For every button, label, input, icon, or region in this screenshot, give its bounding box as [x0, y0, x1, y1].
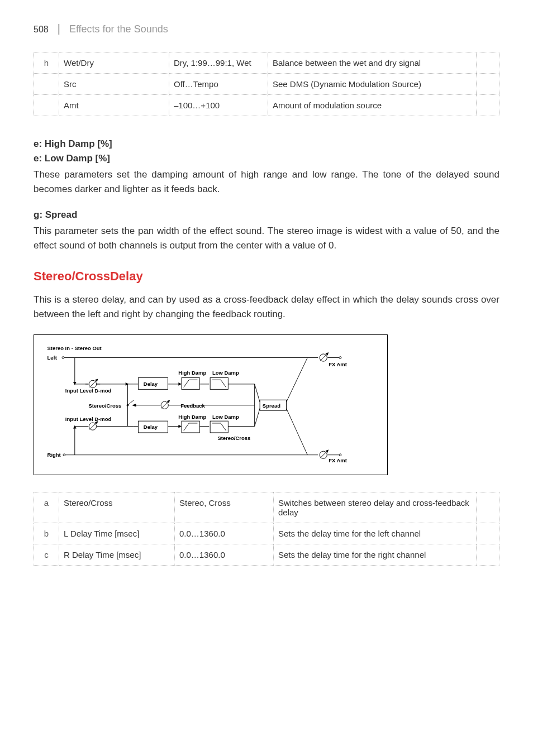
svg-marker-34	[73, 425, 77, 429]
label-ld-bot: Low Damp	[212, 414, 239, 420]
table-row: Amt–100…+100Amount of modulation source	[34, 95, 499, 116]
page-number: 508	[34, 25, 49, 35]
page-header: 508 | Effects for the Sounds	[34, 22, 499, 35]
table-row: cR Delay Time [msec]0.0…1360.0Sets the d…	[34, 544, 499, 566]
table-cell: Src	[59, 74, 169, 95]
table-cell: Dry, 1:99…99:1, Wet	[169, 52, 268, 74]
label-sc-bot: Stereo/Cross	[217, 435, 250, 441]
svg-marker-32	[132, 404, 136, 407]
para-e: These parameters set the damping amount …	[34, 168, 499, 196]
para-stereo: This is a stereo delay, and can by used …	[34, 293, 499, 321]
table-row: SrcOff…TempoSee DMS (Dynamic Modulation …	[34, 74, 499, 95]
table-row: hWet/DryDry, 1:99…99:1, WetBalance betwe…	[34, 52, 499, 74]
diagram-title: Stereo In - Stereo Out	[47, 345, 102, 351]
label-ild-top: Input Level D-mod	[65, 387, 112, 394]
signal-diagram: .t{font:10px Arial;fill:#000} .tb{font:b…	[34, 334, 388, 475]
table-cell: Amt	[59, 95, 169, 116]
param-table-2: aStereo/CrossStereo, CrossSwitches betwe…	[34, 492, 499, 566]
table-cell: Switches between stereo delay and cross-…	[274, 492, 477, 523]
table-cell: c	[34, 544, 59, 566]
table-cell	[477, 492, 499, 523]
svg-line-17	[127, 400, 134, 405]
section-heading-stereo: Stereo/CrossDelay	[34, 269, 499, 284]
table-cell: a	[34, 492, 59, 523]
svg-rect-27	[210, 378, 228, 390]
table-cell: h	[34, 52, 59, 74]
heading-e-low: e: Low Damp [%]	[34, 153, 499, 164]
label-fxamt-bot: FX Amt	[329, 457, 348, 463]
header-divider: |	[58, 22, 60, 35]
label-fxamt-top: FX Amt	[329, 361, 348, 367]
svg-marker-5	[73, 382, 77, 385]
svg-line-52	[286, 358, 307, 403]
table-cell: Amount of modulation source	[268, 95, 477, 116]
table-cell	[34, 95, 59, 116]
svg-point-63	[339, 454, 341, 456]
label-sc-top: Stereo/Cross	[88, 403, 121, 409]
svg-line-51	[255, 408, 260, 426]
table-cell	[477, 74, 499, 95]
table-cell: 0.0…1360.0	[175, 523, 274, 544]
table-cell: Balance between the wet and dry signal	[268, 52, 477, 74]
label-hd-top: High Damp	[178, 370, 206, 376]
table-cell: See DMS (Dynamic Modulation Source)	[268, 74, 477, 95]
svg-line-50	[255, 384, 260, 402]
table-cell: –100…+100	[169, 95, 268, 116]
label-hd-bot: High Damp	[178, 414, 206, 420]
table-cell: L Delay Time [msec]	[59, 523, 175, 544]
svg-point-58	[339, 357, 341, 359]
label-ld-top: Low Damp	[212, 370, 239, 376]
heading-g: g: Spread	[34, 209, 499, 221]
heading-e-high: e: High Damp [%]	[34, 138, 499, 150]
label-spread: Spread	[263, 403, 280, 409]
table-cell: Sets the delay time for the right channe…	[274, 544, 477, 566]
table-cell: b	[34, 523, 59, 544]
svg-rect-44	[182, 421, 199, 433]
table-cell: 0.0…1360.0	[175, 544, 274, 566]
param-table-1: hWet/DryDry, 1:99…99:1, WetBalance betwe…	[34, 52, 499, 116]
table-cell	[477, 95, 499, 116]
table-cell: Wet/Dry	[59, 52, 169, 74]
table-cell	[477, 52, 499, 74]
label-ild-bot: Input Level D-mod	[65, 416, 112, 422]
label-right: Right	[47, 452, 61, 458]
table-cell: R Delay Time [msec]	[59, 544, 175, 566]
table-cell: Sets the delay time for the left channel	[274, 523, 477, 544]
svg-marker-43	[178, 425, 182, 428]
table-cell	[477, 544, 499, 566]
para-g: This parameter sets the pan width of the…	[34, 224, 499, 252]
svg-point-1	[63, 454, 65, 456]
table-row: aStereo/CrossStereo, CrossSwitches betwe…	[34, 492, 499, 523]
table-cell: Stereo/Cross	[59, 492, 175, 523]
svg-marker-24	[178, 382, 182, 386]
svg-rect-25	[182, 378, 199, 390]
table-cell	[34, 74, 59, 95]
table-row: bL Delay Time [msec]0.0…1360.0Sets the d…	[34, 523, 499, 544]
table-cell: Stereo, Cross	[175, 492, 274, 523]
svg-rect-46	[210, 421, 228, 433]
label-delay-bot: Delay	[144, 424, 158, 430]
label-delay-top: Delay	[144, 381, 158, 387]
section-title: Effects for the Sounds	[69, 23, 168, 35]
svg-line-53	[286, 408, 307, 454]
table-cell	[477, 523, 499, 544]
svg-point-0	[62, 357, 64, 359]
label-left: Left	[47, 355, 58, 361]
table-cell: Off…Tempo	[169, 74, 268, 95]
